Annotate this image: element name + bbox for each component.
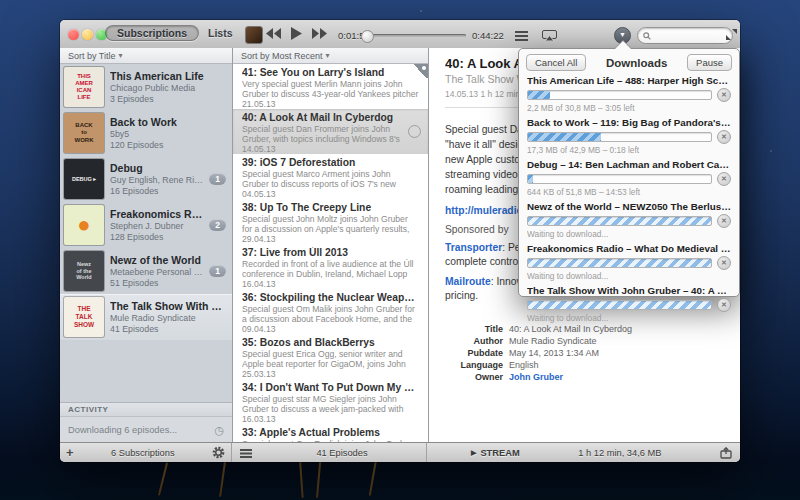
playback-slider-knob[interactable] [361, 30, 374, 43]
close-window-button[interactable] [68, 29, 79, 40]
episode-row-38[interactable]: 38: Up To The Creepy Line Special guest … [233, 199, 428, 244]
episode-row-41[interactable]: 41: See You on Larry's Island Very speci… [233, 64, 428, 109]
download-item: Back to Work – 119: Big Bag of Pandora's… [527, 117, 731, 155]
cancel-download-button[interactable]: ✕ [717, 256, 731, 270]
cancel-all-button[interactable]: Cancel All [526, 54, 586, 71]
subscription-author: Chicago Public Media [110, 83, 226, 93]
fast-forward-button[interactable] [312, 28, 327, 39]
subscription-meta: Newz of the World Metaebene Personal Med… [110, 254, 203, 288]
download-progress-bar [527, 216, 712, 226]
subscription-title: This American Life [110, 70, 226, 82]
subscription-the-talk-show[interactable]: THE TALK SHOW The Talk Show With John...… [60, 294, 232, 340]
unplayed-badge: 1 [209, 173, 226, 185]
stream-button[interactable]: ▶ STREAM [471, 448, 520, 458]
episode-list: 41: See You on Larry's Island Very speci… [233, 64, 428, 443]
sidebar-sort-header[interactable]: Sort by Title ▾ [60, 48, 232, 64]
episode-row-34[interactable]: 34: I Don't Want To Put Down My Drink Sp… [233, 379, 428, 424]
activity-status-row[interactable]: Downloading 6 episodes... ◷ [60, 417, 232, 443]
subscription-this-american-life[interactable]: THIS AMER ICAN LIFE This American Life C… [60, 64, 232, 110]
episode-description: Special guest Marco Arment joins John Gr… [242, 169, 419, 189]
cancel-download-button[interactable]: ✕ [717, 88, 731, 102]
podcast-artwork: DEBUG ▸ [64, 159, 104, 199]
subscription-newz-of-the-world[interactable]: Newz of the World Newz of the World Meta… [60, 248, 232, 294]
chevron-down-icon: ▾ [326, 51, 330, 60]
downloads-title: Downloads [606, 57, 667, 69]
cancel-download-button[interactable]: ✕ [717, 214, 731, 228]
subscription-count: 128 Episodes [110, 232, 203, 242]
episodes-sort-label: Sort by Most Recent [241, 51, 323, 61]
download-progress-bar [527, 90, 712, 100]
download-status: 2,2 MB of 30,8 MB – 3:05 left [527, 103, 731, 113]
meta-value: Mule Radio Syndicate [509, 336, 597, 346]
meta-value: English [509, 360, 539, 370]
subscription-back-to-work[interactable]: BACK to WORK Back to Work 5by5 120 Episo… [60, 110, 232, 156]
download-status: Waiting to download... [527, 271, 731, 281]
download-title: The Talk Show With John Gruber – 40: A L… [527, 285, 731, 296]
episodes-count: 41 Episodes [258, 448, 426, 458]
episode-description: Special guest Om Malik joins John Gruber… [242, 304, 419, 324]
subscription-title: Debug [110, 162, 203, 174]
pause-button[interactable]: Pause [687, 54, 732, 71]
subscription-title: The Talk Show With John... [110, 300, 226, 312]
subscription-author: Guy English, Rene Ritchie [110, 175, 203, 185]
queue-list-icon[interactable] [515, 31, 528, 33]
download-item: Newz of the World – NEWZ050 The Berlusco… [527, 201, 731, 239]
episode-row-33[interactable]: 33: Apple's Actual Problems Special gues… [233, 424, 428, 443]
cancel-download-button[interactable]: ✕ [717, 172, 731, 186]
tab-subscriptions[interactable]: Subscriptions [105, 25, 199, 41]
add-subscription-button[interactable]: + [66, 445, 74, 460]
episode-row-36[interactable]: 36: Stockpiling the Nuclear Weapons of..… [233, 289, 428, 334]
subscription-meta: This American Life Chicago Public Media … [110, 70, 226, 104]
owner-link[interactable]: John Gruber [509, 372, 563, 382]
progress-clock-icon: ◷ [214, 424, 224, 437]
share-icon[interactable] [720, 447, 733, 459]
subscription-freakonomics[interactable]: ● Freakonomics Radio Stephen J. Dubner 1… [60, 202, 232, 248]
cancel-download-button[interactable]: ✕ [717, 130, 731, 144]
status-sidebar-segment: + 6 Subscriptions [60, 443, 232, 462]
search-field[interactable] [637, 27, 733, 44]
meta-label: Owner [445, 371, 503, 383]
now-playing-artwork[interactable] [245, 26, 263, 44]
download-item: Debug – 14: Ben Lachman and Robert Canto… [527, 159, 731, 197]
fullscreen-icon[interactable] [726, 29, 737, 40]
playback-slider[interactable] [362, 34, 466, 37]
airplay-icon[interactable] [542, 30, 557, 41]
episode-title: 34: I Don't Want To Put Down My Drink [242, 382, 419, 394]
episode-row-35[interactable]: 35: Bozos and BlackBerrys Special guest … [233, 334, 428, 379]
subscription-count: 41 Episodes [110, 324, 226, 334]
episode-list-icon[interactable] [240, 449, 252, 451]
episode-row-40[interactable]: 40: A Look At Mail In Cyberdog Special g… [233, 109, 428, 154]
tab-lists[interactable]: Lists [208, 27, 233, 39]
episode-date: 21.05.13 [242, 99, 419, 109]
reed [158, 462, 168, 495]
download-title: Newz of the World – NEWZ050 The Berlusco… [527, 201, 731, 212]
episode-row-37[interactable]: 37: Live from Úll 2013 Recorded in front… [233, 244, 428, 289]
play-button[interactable] [291, 27, 302, 40]
episode-row-39[interactable]: 39: iOS 7 Deforestation Special guest Ma… [233, 154, 428, 199]
episodes-sort-header[interactable]: Sort by Most Recent ▾ [233, 48, 428, 64]
cancel-download-button[interactable]: ✕ [717, 298, 731, 312]
settings-gear-icon[interactable] [212, 446, 225, 459]
episode-description: Special guest Erica Ogg, senior writer a… [242, 349, 419, 369]
subscription-debug[interactable]: DEBUG ▸ Debug Guy English, Rene Ritchie … [60, 156, 232, 202]
download-progress-bar [527, 174, 712, 184]
download-title: This American Life – 488: Harper High Sc… [527, 75, 731, 86]
meta-value: May 14, 2013 1:34 AM [509, 348, 599, 358]
subscription-title: Back to Work [110, 116, 226, 128]
meta-label: Title [445, 323, 503, 335]
status-detail-segment: ▶ STREAM 1 h 12 min, 34,6 MB [427, 443, 740, 462]
minimize-window-button[interactable] [82, 29, 93, 40]
episode-title: 37: Live from Úll 2013 [242, 247, 419, 259]
unplayed-badge: 2 [209, 219, 226, 231]
subscriptions-count: 6 Subscriptions [74, 448, 212, 458]
download-title: Debug – 14: Ben Lachman and Robert Canto… [527, 159, 731, 170]
subscription-author: Stephen J. Dubner [110, 221, 203, 231]
meta-label: Pubdate [445, 347, 503, 359]
rewind-button[interactable] [266, 28, 281, 39]
sponsor-link[interactable]: Transporter [445, 242, 502, 253]
search-input[interactable] [654, 29, 727, 42]
sponsor-link[interactable]: Mailroute [445, 276, 491, 287]
subscription-title: Newz of the World [110, 254, 203, 266]
episode-description: Special guest John Moltz joins John Grub… [242, 214, 419, 234]
remaining-time: 0:44:22 [472, 30, 504, 41]
